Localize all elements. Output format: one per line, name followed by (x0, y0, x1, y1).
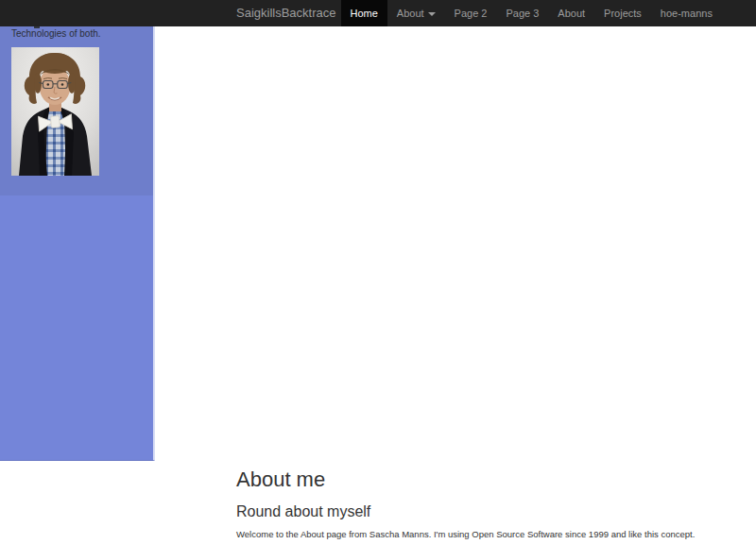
main-content: About me Round about myself Welcome to t… (236, 468, 709, 540)
navbar: SaigkillsBacktrace Home About Page 2 Pag… (0, 0, 756, 26)
nav-item-page2-label: Page 2 (455, 8, 488, 19)
sidebar: Technologies of both. (0, 26, 155, 461)
nav-item-page3[interactable]: Page 3 (496, 0, 548, 26)
nav-item-home[interactable]: Home (341, 0, 387, 26)
sidebar-tagline: Technologies of both. (11, 28, 101, 39)
sidebar-top-section: Technologies of both. (0, 26, 153, 196)
navbar-menu: Home About Page 2 Page 3 About Projects … (341, 0, 722, 26)
intro-paragraph: Welcome to the About page from Sascha Ma… (236, 529, 709, 540)
nav-item-projects-label: Projects (604, 8, 642, 19)
navbar-brand[interactable]: SaigkillsBacktrace (236, 0, 336, 26)
caret-down-icon (428, 12, 436, 16)
nav-item-page3-label: Page 3 (506, 8, 539, 19)
portrait-photo (11, 47, 99, 176)
nav-item-hoe-manns-label: hoe-manns (661, 8, 713, 19)
nav-item-page2[interactable]: Page 2 (445, 0, 497, 26)
nav-item-hoe-manns[interactable]: hoe-manns (651, 0, 722, 26)
nav-item-about-dropdown[interactable]: About (387, 0, 445, 26)
nav-item-about[interactable]: About (548, 0, 594, 26)
nav-item-projects[interactable]: Projects (594, 0, 651, 26)
nav-item-about-dropdown-label: About (397, 8, 424, 19)
nav-item-home-label: Home (351, 8, 378, 19)
page: SaigkillsBacktrace Home About Page 2 Pag… (0, 0, 756, 544)
page-title: About me (236, 468, 709, 491)
section-subtitle: Round about myself (236, 503, 709, 520)
nav-item-about-label: About (558, 8, 585, 19)
